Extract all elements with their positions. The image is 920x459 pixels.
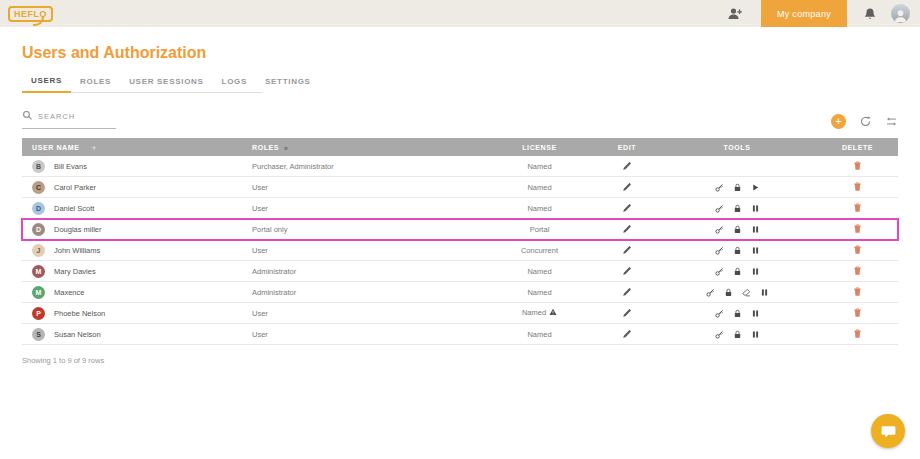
eraser-icon[interactable]	[742, 288, 751, 297]
key-icon[interactable]	[706, 288, 715, 297]
heflo-logo[interactable]: HEFLO	[8, 6, 53, 22]
key-icon[interactable]	[715, 267, 724, 276]
delete-trash-icon[interactable]	[852, 306, 863, 321]
sort-toggle-icon[interactable]	[885, 115, 898, 128]
user-name: Susan Nelson	[54, 330, 101, 339]
pause-icon[interactable]	[751, 309, 760, 318]
play-icon[interactable]	[751, 183, 760, 192]
invite-user-icon[interactable]	[727, 6, 743, 22]
edit-pencil-icon[interactable]	[622, 180, 632, 195]
edit-pencil-icon[interactable]	[622, 327, 632, 342]
search-input[interactable]	[38, 112, 114, 121]
pause-icon[interactable]	[751, 204, 760, 213]
delete-trash-icon[interactable]	[852, 222, 863, 237]
user-roles: User	[252, 246, 482, 255]
pause-icon[interactable]	[751, 225, 760, 234]
lock-icon[interactable]	[733, 183, 742, 192]
table-row[interactable]: D Douglas miller Portal only Portal	[22, 219, 898, 240]
header-user-name[interactable]: USER NAME▾	[22, 144, 252, 151]
lock-icon[interactable]	[733, 204, 742, 213]
lock-icon[interactable]	[733, 330, 742, 339]
table-row[interactable]: J John Williams User Concurrent	[22, 240, 898, 261]
delete-trash-icon[interactable]	[852, 201, 863, 216]
table-row[interactable]: M Maxence Administrator Named	[22, 282, 898, 303]
users-table: USER NAME▾ ROLES■ LICENSE EDIT TOOLS DEL…	[22, 138, 898, 345]
user-name: Bill Evans	[54, 162, 87, 171]
delete-trash-icon[interactable]	[852, 285, 863, 300]
user-name: Maxence	[54, 288, 84, 297]
refresh-icon[interactable]	[859, 115, 872, 128]
add-user-button[interactable]: +	[831, 114, 846, 129]
lock-icon[interactable]	[733, 309, 742, 318]
my-company-button[interactable]: My company	[761, 0, 847, 27]
user-license: Named	[482, 183, 597, 192]
edit-pencil-icon[interactable]	[622, 243, 632, 258]
user-name: Carol Parker	[54, 183, 96, 192]
user-roles: User	[252, 309, 482, 318]
table-row[interactable]: C Carol Parker User Named	[22, 177, 898, 198]
tab-settings[interactable]: SETTINGS	[256, 72, 320, 92]
notifications-bell-icon[interactable]	[863, 7, 877, 21]
user-name: Douglas miller	[54, 225, 102, 234]
lock-icon[interactable]	[733, 246, 742, 255]
lock-icon[interactable]	[724, 288, 733, 297]
table-row[interactable]: S Susan Nelson User Named	[22, 324, 898, 345]
table-row[interactable]: P Phoebe Nelson User Named	[22, 303, 898, 324]
pause-icon[interactable]	[751, 330, 760, 339]
user-license: Named	[482, 308, 597, 318]
edit-pencil-icon[interactable]	[622, 264, 632, 279]
table-row[interactable]: M Mary Davies Administrator Named	[22, 261, 898, 282]
user-roles: Portal only	[252, 225, 482, 234]
row-avatar: C	[32, 181, 45, 194]
header-license[interactable]: LICENSE	[482, 144, 597, 151]
edit-pencil-icon[interactable]	[622, 306, 632, 321]
tab-user-sessions[interactable]: USER SESSIONS	[120, 72, 212, 92]
header-roles[interactable]: ROLES■	[252, 144, 482, 151]
header-tools[interactable]: TOOLS	[657, 144, 817, 151]
edit-pencil-icon[interactable]	[622, 222, 632, 237]
pause-icon[interactable]	[751, 267, 760, 276]
tab-logs[interactable]: LOGS	[213, 72, 256, 92]
table-row[interactable]: D Daniel Scott User Named	[22, 198, 898, 219]
user-license: Named	[482, 204, 597, 213]
key-icon[interactable]	[715, 225, 724, 234]
delete-trash-icon[interactable]	[852, 243, 863, 258]
delete-trash-icon[interactable]	[852, 327, 863, 342]
chat-bubble-icon	[880, 423, 897, 440]
header-edit[interactable]: EDIT	[597, 144, 657, 151]
pause-icon[interactable]	[751, 246, 760, 255]
chat-widget-button[interactable]	[871, 414, 905, 448]
key-icon[interactable]	[715, 183, 724, 192]
header-delete[interactable]: DELETE	[817, 144, 898, 151]
edit-pencil-icon[interactable]	[622, 159, 632, 174]
topbar: HEFLO My company	[0, 0, 920, 27]
user-name: Daniel Scott	[54, 204, 94, 213]
row-avatar: B	[32, 160, 45, 173]
pause-icon[interactable]	[760, 288, 769, 297]
tab-users[interactable]: USERS	[22, 72, 71, 93]
user-license: Named	[482, 267, 597, 276]
user-roles: User	[252, 183, 482, 192]
user-avatar[interactable]	[891, 4, 910, 23]
edit-pencil-icon[interactable]	[622, 201, 632, 216]
key-icon[interactable]	[715, 204, 724, 213]
search-icon	[22, 107, 33, 125]
user-license: Named	[482, 288, 597, 297]
lock-icon[interactable]	[733, 267, 742, 276]
search-box	[22, 107, 116, 129]
filter-square-icon: ■	[284, 145, 288, 151]
key-icon[interactable]	[715, 309, 724, 318]
edit-pencil-icon[interactable]	[622, 285, 632, 300]
tab-roles[interactable]: ROLES	[71, 72, 120, 92]
delete-trash-icon[interactable]	[852, 180, 863, 195]
key-icon[interactable]	[715, 330, 724, 339]
delete-trash-icon[interactable]	[852, 264, 863, 279]
row-avatar: S	[32, 328, 45, 341]
user-license: Portal	[482, 225, 597, 234]
delete-trash-icon[interactable]	[852, 159, 863, 174]
lock-icon[interactable]	[733, 225, 742, 234]
row-avatar: P	[32, 307, 45, 320]
key-icon[interactable]	[715, 246, 724, 255]
user-roles: Administrator	[252, 267, 482, 276]
table-row[interactable]: B Bill Evans Purchaser, Administrator Na…	[22, 156, 898, 177]
